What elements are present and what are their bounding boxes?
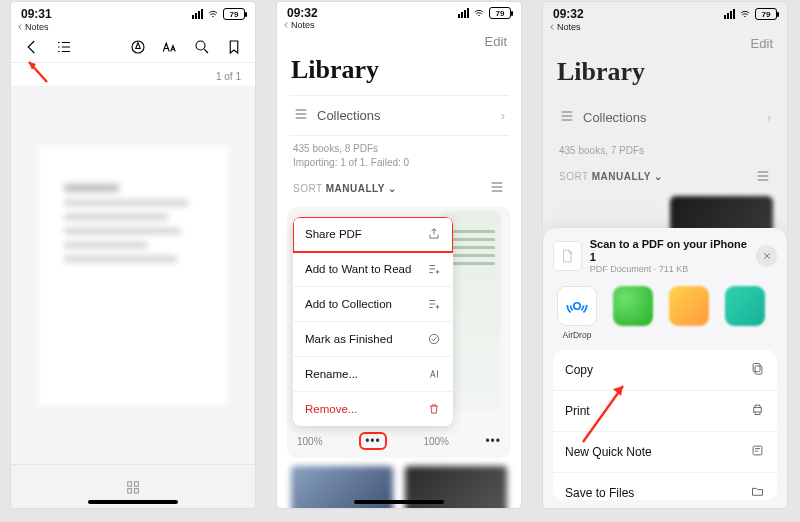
airdrop-icon: [557, 286, 597, 326]
view-list-icon[interactable]: [755, 168, 771, 186]
search-icon[interactable]: [193, 38, 211, 56]
menu-rename[interactable]: Rename...: [293, 357, 453, 392]
rename-icon: [427, 367, 441, 381]
back-to-app[interactable]: Notes: [543, 22, 787, 32]
collections-row[interactable]: Collections ›: [289, 95, 509, 136]
back-to-app-label: Notes: [291, 20, 315, 30]
svg-rect-14: [753, 364, 760, 372]
menu-item-label: Add to Collection: [305, 298, 392, 310]
text-size-icon[interactable]: [161, 38, 179, 56]
svg-rect-3: [135, 481, 139, 486]
folder-icon: [750, 484, 765, 500]
collection-add-icon: [427, 297, 441, 311]
sort-label: SORT: [559, 171, 588, 182]
share-sheet: Scan to a PDF on your iPhone 1 PDF Docum…: [543, 228, 787, 508]
back-to-app[interactable]: Notes: [11, 22, 255, 32]
menu-item-label: Rename...: [305, 368, 358, 380]
svg-rect-5: [135, 488, 139, 493]
sort-row[interactable]: SORT MANUALLY ⌄: [277, 169, 521, 207]
menu-want-to-read[interactable]: Add to Want to Read: [293, 252, 453, 287]
wifi-icon: [472, 8, 486, 19]
share-apps-row: AirDrop: [553, 274, 777, 350]
menu-add-collection[interactable]: Add to Collection: [293, 287, 453, 322]
reader-toolbar: [11, 32, 255, 63]
collections-label: Collections: [317, 108, 381, 123]
collections-icon: [559, 108, 575, 127]
check-circle-icon: [427, 332, 441, 346]
book-card: Share PDF Add to Want to Read Add to Col…: [287, 207, 511, 458]
screen-2-library-menu: 09:32 79 Notes Edit Library Collections …: [277, 2, 521, 508]
action-label: New Quick Note: [565, 445, 652, 459]
copy-icon: [750, 361, 765, 379]
action-label: Copy: [565, 363, 593, 377]
view-list-icon[interactable]: [489, 179, 505, 197]
status-time: 09:32: [553, 7, 584, 21]
svg-rect-4: [128, 488, 132, 493]
status-time: 09:31: [21, 7, 52, 21]
battery-icon: 79: [223, 8, 245, 20]
page-grid-icon[interactable]: [124, 478, 142, 496]
menu-remove[interactable]: Remove...: [293, 392, 453, 426]
import-status: Importing: 1 of 1. Failed: 0: [293, 156, 505, 170]
share-app[interactable]: [611, 286, 655, 340]
status-right: 79: [192, 8, 245, 20]
more-button[interactable]: •••: [485, 434, 501, 448]
library-counts: 435 books, 7 PDFs: [543, 138, 787, 158]
document-page: [38, 146, 228, 406]
share-app[interactable]: [667, 286, 711, 340]
sort-row[interactable]: SORT MANUALLY ⌄: [543, 158, 787, 196]
counts-line: 435 books, 7 PDFs: [559, 144, 771, 158]
back-to-app-label: Notes: [25, 22, 49, 32]
action-quick-note[interactable]: New Quick Note: [553, 432, 777, 473]
edit-button[interactable]: Edit: [751, 36, 773, 51]
theme-icon[interactable]: [129, 38, 147, 56]
share-item-title: Scan to a PDF on your iPhone 1: [590, 238, 748, 264]
library-counts: 435 books, 8 PDFs Importing: 1 of 1. Fai…: [277, 136, 521, 169]
app-icon: [725, 286, 765, 326]
sort-value: MANUALLY ⌄: [592, 171, 663, 182]
trash-icon: [427, 402, 441, 416]
document-thumb-icon: [553, 241, 582, 271]
share-app-label: AirDrop: [563, 330, 592, 340]
action-print[interactable]: Print: [553, 391, 777, 432]
sort-value: MANUALLY ⌄: [326, 183, 397, 194]
action-copy[interactable]: Copy: [553, 350, 777, 391]
bookmark-icon[interactable]: [225, 38, 243, 56]
status-bar: 09:32 79: [543, 2, 787, 22]
share-app[interactable]: [723, 286, 767, 340]
app-icon: [613, 286, 653, 326]
more-button-highlighted[interactable]: •••: [359, 432, 387, 450]
app-icon: [669, 286, 709, 326]
share-actions: Copy Print New Quick Note Save to Files …: [553, 350, 777, 500]
contents-icon[interactable]: [55, 38, 73, 56]
svg-point-1: [196, 41, 205, 50]
menu-mark-finished[interactable]: Mark as Finished: [293, 322, 453, 357]
wifi-icon: [738, 9, 752, 20]
share-icon: [427, 227, 441, 241]
collections-row[interactable]: Collections ›: [555, 97, 775, 138]
share-app-airdrop[interactable]: AirDrop: [555, 286, 599, 340]
battery-icon: 79: [489, 7, 511, 19]
menu-share-pdf[interactable]: Share PDF: [293, 217, 453, 252]
edit-button[interactable]: Edit: [485, 34, 507, 49]
document-viewport[interactable]: [11, 87, 255, 464]
share-item-subtitle: PDF Document · 711 KB: [590, 264, 748, 274]
home-indicator: [88, 500, 178, 504]
svg-rect-15: [754, 408, 762, 412]
book-cover-preview-lines: [451, 225, 495, 270]
back-to-app[interactable]: Notes: [277, 20, 521, 30]
status-bar: 09:31 79: [11, 2, 255, 22]
context-menu: Share PDF Add to Want to Read Add to Col…: [293, 217, 453, 426]
share-sheet-header: Scan to a PDF on your iPhone 1 PDF Docum…: [553, 238, 777, 274]
counts-line: 435 books, 8 PDFs: [293, 142, 505, 156]
back-to-app-label: Notes: [557, 22, 581, 32]
close-button[interactable]: [756, 245, 777, 267]
back-icon[interactable]: [23, 38, 41, 56]
svg-point-12: [574, 303, 581, 310]
action-label: Save to Files: [565, 486, 634, 500]
cellular-icon: [458, 8, 469, 18]
home-indicator: [354, 500, 444, 504]
action-save-files[interactable]: Save to Files: [553, 473, 777, 500]
cellular-icon: [192, 9, 203, 19]
status-time: 09:32: [287, 6, 318, 20]
